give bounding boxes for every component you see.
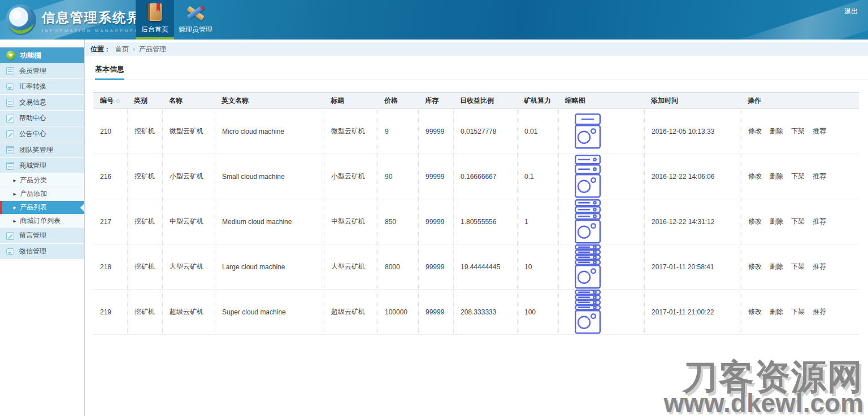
action-edit-link[interactable]: 修改 (748, 217, 762, 226)
cell-text: 99999 (426, 173, 444, 181)
action-offshelf-link[interactable]: 下架 (791, 217, 805, 226)
server-thumbnail-icon[interactable] (575, 113, 601, 149)
cell-price: 850 (377, 199, 418, 244)
action-delete-link[interactable]: 删除 (770, 262, 783, 272)
sidebar-item-wechat-management[interactable]: 微信管理 (0, 244, 84, 260)
cell-actions: 修改删除下架推荐 (741, 244, 859, 289)
nav-tab-home[interactable]: 后台首页 (136, 0, 174, 40)
sidebar-item-help-center[interactable]: 帮助中心 (0, 111, 84, 126)
breadcrumb-prefix: 位置： (90, 45, 111, 54)
action-edit-link[interactable]: 修改 (748, 172, 762, 181)
sidebar-item-label: 微信管理 (19, 247, 46, 256)
cell-text: 超级云矿机 (331, 307, 365, 317)
sidebar-item-label: 会员管理 (19, 66, 46, 76)
chat-icon (6, 248, 14, 255)
sidebar-header[interactable]: 功能欄 (0, 47, 84, 63)
action-delete-link[interactable]: 删除 (770, 172, 783, 181)
cell-thumbnail (558, 109, 644, 154)
cell-actions: 修改删除下架推荐 (741, 154, 859, 199)
table-row: 219挖矿机超级云矿机Super cloud machine超级云矿机10000… (93, 290, 859, 335)
cell-text: 99999 (426, 128, 444, 135)
column-header-label: 标题 (331, 96, 344, 106)
cell-text: 挖矿机 (134, 262, 155, 272)
cell-thumbnail (558, 154, 644, 199)
server-thumbnail-icon[interactable] (575, 199, 601, 244)
action-recommend-link[interactable]: 推荐 (813, 172, 826, 181)
sidebar-item-exchange-rate[interactable]: 汇率转换 (0, 79, 84, 95)
column-header-2[interactable]: 名称 (162, 93, 215, 108)
cell-text: 10 (524, 263, 532, 271)
server-thumbnail-icon[interactable] (575, 244, 601, 289)
column-header-3[interactable]: 英文名称 (215, 93, 324, 108)
sidebar-subitem-product-add[interactable]: ▶产品添加 (0, 187, 84, 201)
sidebar-item-label: 帮助中心 (19, 113, 46, 123)
column-header-9[interactable]: 缩略图 (558, 93, 644, 108)
column-header-1[interactable]: 类别 (127, 93, 162, 108)
cell-text: 100000 (385, 308, 407, 316)
sidebar-item-team-award-management[interactable]: 团队奖管理 (0, 142, 84, 158)
cell-added-time: 2017-01-11 21:00:22 (644, 290, 741, 334)
table-row: 216挖矿机小型云矿机Small cloud machine小型云矿机90999… (93, 154, 859, 199)
sidebar-item-message-management[interactable]: 留言管理 (0, 228, 84, 244)
pencil-ruler-icon (185, 3, 206, 22)
cell-added-time: 2016-12-22 14:06:06 (644, 154, 741, 199)
cell-en-name: Micro cloud machine (215, 109, 324, 154)
cell-thumbnail (558, 290, 644, 334)
cell-text: 0.01527778 (461, 128, 496, 135)
sidebar-item-transaction-info[interactable]: 交易信息 (0, 95, 84, 111)
breadcrumb-separator: › (133, 45, 135, 53)
column-header-11[interactable]: 操作 (741, 93, 859, 108)
cell-actions: 修改删除下架推荐 (741, 199, 859, 244)
column-header-8[interactable]: 矿机算力 (517, 93, 558, 108)
column-header-5[interactable]: 价格 (377, 93, 418, 108)
action-offshelf-link[interactable]: 下架 (791, 307, 805, 317)
breadcrumb-home[interactable]: 首页 (115, 45, 129, 54)
action-delete-link[interactable]: 删除 (770, 307, 783, 317)
action-offshelf-link[interactable]: 下架 (791, 172, 805, 181)
action-recommend-link[interactable]: 推荐 (813, 126, 826, 136)
cell-daily-ratio: 19.44444445 (453, 244, 517, 289)
sidebar-item-mall-management[interactable]: 商城管理 (0, 158, 84, 174)
sidebar-item-announcement-center[interactable]: 公告中心 (0, 126, 84, 142)
sidebar-item-member-management[interactable]: 会员管理 (0, 63, 84, 79)
action-recommend-link[interactable]: 推荐 (813, 307, 826, 317)
column-header-0[interactable]: 编号◇ (93, 93, 127, 108)
column-header-7[interactable]: 日收益比例 (453, 93, 517, 108)
sidebar-subitem-product-list[interactable]: ▶产品列表 (0, 201, 84, 214)
breadcrumb-current[interactable]: 产品管理 (139, 45, 166, 54)
action-edit-link[interactable]: 修改 (748, 126, 762, 136)
cell-category: 挖矿机 (127, 154, 162, 199)
tab-basic-info[interactable]: 基本信息 (95, 64, 124, 80)
action-recommend-link[interactable]: 推荐 (813, 217, 826, 226)
cell-title: 微型云矿机 (324, 109, 377, 154)
column-header-label: 日收益比例 (460, 96, 494, 106)
cell-text: 挖矿机 (134, 307, 155, 317)
action-offshelf-link[interactable]: 下架 (791, 126, 805, 136)
sidebar-subitem-product-category[interactable]: ▶产品分类 (0, 174, 84, 187)
server-thumbnail-icon[interactable] (575, 155, 601, 198)
cell-hashrate: 100 (517, 290, 558, 334)
column-header-6[interactable]: 库存 (418, 93, 453, 108)
column-header-label: 添加时间 (651, 96, 678, 106)
sidebar-subitem-mall-order-list[interactable]: ▶商城订单列表 (0, 214, 84, 228)
cell-text: 小型云矿机 (170, 172, 203, 181)
nav-tab-label: 后台首页 (141, 25, 168, 34)
action-delete-link[interactable]: 删除 (770, 126, 783, 136)
cell-name: 中型云矿机 (162, 199, 215, 244)
action-edit-link[interactable]: 修改 (748, 307, 762, 317)
column-header-label: 价格 (384, 96, 398, 106)
sort-icon[interactable]: ◇ (116, 98, 120, 104)
server-thumbnail-icon[interactable] (575, 290, 601, 334)
logout-link[interactable]: 退出 (844, 7, 858, 16)
action-delete-link[interactable]: 删除 (770, 217, 783, 226)
nav-tab-admin[interactable]: 管理员管理 (174, 0, 217, 40)
action-edit-link[interactable]: 修改 (748, 262, 762, 272)
action-recommend-link[interactable]: 推荐 (813, 262, 826, 272)
column-header-10[interactable]: 添加时间 (644, 93, 741, 108)
cell-added-time: 2016-12-22 14:31:12 (644, 199, 741, 244)
cell-text: 挖矿机 (134, 126, 155, 136)
triangle-right-icon: ▶ (13, 219, 16, 224)
column-header-4[interactable]: 标题 (324, 93, 377, 108)
action-offshelf-link[interactable]: 下架 (791, 262, 805, 272)
cell-text: 1 (524, 218, 528, 226)
